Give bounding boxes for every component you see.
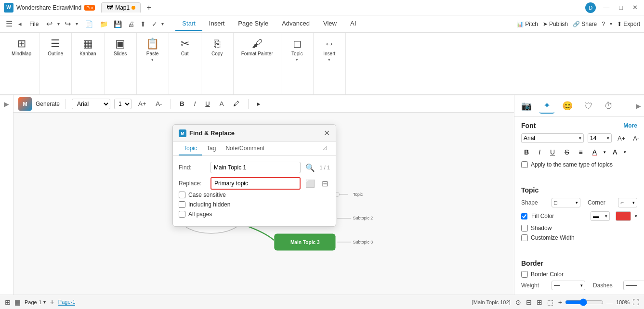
dialog-tab-tag[interactable]: Tag	[202, 142, 221, 155]
replace-input[interactable]	[210, 177, 301, 190]
topic-arrow[interactable]: ▾	[296, 57, 298, 62]
underline-rp-button[interactable]: U	[547, 147, 558, 157]
fill-color-checkbox[interactable]	[521, 213, 527, 219]
hamburger-icon[interactable]: ☰	[4, 17, 14, 30]
grow-font-button[interactable]: A+	[135, 99, 149, 109]
zoom-out-button[interactable]: +	[558, 298, 562, 306]
mindmap-button[interactable]: ⊞ MindMap	[8, 35, 35, 59]
subtopic-3-text[interactable]: Subtopic 3	[353, 240, 373, 245]
fill-color-arrow[interactable]: ▾	[635, 214, 637, 219]
rp-icon-star[interactable]: ✦	[539, 98, 554, 114]
export-button[interactable]: ⬆ Export	[617, 21, 640, 27]
help-button[interactable]: ?	[602, 21, 605, 27]
weight-select[interactable]: — ▾	[552, 281, 585, 290]
page-arrow[interactable]: ▾	[43, 299, 46, 305]
tab-ai[interactable]: AI	[343, 17, 363, 31]
all-pages-checkbox[interactable]	[179, 211, 185, 218]
case-sensitive-checkbox[interactable]	[179, 192, 185, 198]
zoom-in-button[interactable]: —	[606, 298, 613, 306]
color-button[interactable]: A	[217, 99, 227, 109]
italic-button[interactable]: I	[191, 99, 199, 109]
dialog-tab-topic[interactable]: Topic	[179, 142, 202, 155]
insert-arrow[interactable]: ▾	[328, 57, 330, 62]
dialog-tab-note[interactable]: Note/Comment	[221, 142, 269, 155]
status-icon-expand[interactable]: ⊞	[537, 298, 542, 306]
toolbar-icon-1[interactable]: 📄	[82, 19, 96, 29]
replace-icon-1[interactable]: ⬜	[303, 178, 317, 189]
rp-icon-shield[interactable]: 🛡	[580, 99, 597, 113]
toolbar-icon-4[interactable]: 🖨	[126, 19, 136, 29]
toolbar-icon-6[interactable]: ✓	[150, 19, 159, 29]
font-color-arrow[interactable]: ▾	[604, 150, 606, 154]
fill-color-type-select[interactable]: ▬ ▾	[591, 211, 610, 221]
undo-button[interactable]: ↩	[44, 18, 54, 29]
publish-button[interactable]: ➤ Publish	[543, 21, 568, 27]
sidebar-expand-button[interactable]: ▶	[4, 100, 9, 108]
tab-insert[interactable]: Insert	[202, 17, 232, 31]
customize-width-checkbox[interactable]	[521, 234, 528, 241]
grow-font-rp-button[interactable]: A+	[616, 134, 627, 143]
align-rp-button[interactable]: ≡	[576, 147, 585, 157]
shrink-font-rp-button[interactable]: A-	[631, 134, 641, 143]
menu-file[interactable]: File	[26, 19, 42, 29]
close-button[interactable]: ✕	[630, 3, 640, 12]
outline-button[interactable]: ☰ Outline	[43, 35, 67, 59]
map-tab[interactable]: 🗺 Map1	[101, 2, 141, 13]
redo-arrow[interactable]: ▾	[74, 20, 80, 27]
underline-button[interactable]: U	[202, 99, 212, 109]
zoom-slider[interactable]	[565, 298, 604, 306]
italic-rp-button[interactable]: I	[536, 147, 543, 157]
share-button[interactable]: 🔗 Share	[573, 21, 597, 27]
bold-button[interactable]: B	[177, 99, 187, 109]
help-arrow[interactable]: ▾	[610, 21, 612, 26]
add-tab-button[interactable]: +	[144, 2, 154, 13]
find-search-icon[interactable]: 🔍	[303, 162, 317, 173]
shadow-checkbox[interactable]	[521, 225, 528, 232]
status-icon-frame[interactable]: ⬚	[547, 298, 553, 306]
paste-arrow[interactable]: ▾	[151, 57, 154, 62]
rp-icon-camera[interactable]: 📷	[517, 99, 536, 113]
rp-expand-button[interactable]: ▶	[636, 102, 641, 110]
main-topic-3-text[interactable]: Main Topic 3	[290, 240, 320, 245]
fill-color-swatch[interactable]	[616, 211, 631, 221]
font-size-select[interactable]: 14 ▾	[588, 133, 612, 143]
font-family-select[interactable]: Arial ▾	[521, 133, 584, 143]
tab-start[interactable]: Start	[175, 17, 202, 31]
copy-button[interactable]: ⎘ Copy	[205, 35, 229, 59]
dialog-close-button[interactable]: ✕	[324, 129, 330, 138]
pitch-button[interactable]: 📊 Pitch	[516, 21, 538, 27]
replace-icon-2[interactable]: ⊟	[320, 178, 330, 189]
toolbar-arrow[interactable]: ▾	[161, 21, 164, 26]
font-more-button[interactable]: More	[623, 122, 637, 129]
dashes-select[interactable]: —— ▾	[623, 281, 644, 290]
font-select[interactable]: Arial	[72, 99, 110, 109]
topic-button[interactable]: ◻ Topic ▾	[285, 35, 309, 65]
undo-arrow[interactable]: ▾	[55, 20, 62, 27]
status-icon-fit[interactable]: ⊙	[515, 298, 521, 306]
toolbar-icon-3[interactable]: 💾	[112, 19, 124, 29]
apply-same-checkbox[interactable]	[521, 161, 528, 168]
bold-rp-button[interactable]: B	[521, 147, 532, 157]
redo-button[interactable]: ↪	[63, 18, 73, 29]
cut-button[interactable]: ✂ Cut	[173, 35, 197, 59]
add-page-button[interactable]: +	[50, 298, 54, 307]
shrink-font-button[interactable]: A-	[153, 99, 165, 109]
insert-button[interactable]: ↔ Insert ▾	[317, 35, 342, 65]
strikethrough-rp-button[interactable]: S	[562, 147, 572, 157]
shape-select[interactable]: □ ▾	[552, 198, 580, 207]
find-input[interactable]	[210, 162, 301, 173]
slides-button[interactable]: ▣ Slides	[108, 35, 132, 59]
paste-button[interactable]: 📋 Paste ▾	[141, 35, 165, 65]
rp-icon-face[interactable]: 😊	[558, 99, 577, 113]
kanban-button[interactable]: ▦ Kanban	[76, 35, 100, 59]
including-hidden-checkbox[interactable]	[179, 201, 185, 208]
tab-page-style[interactable]: Page Style	[231, 17, 275, 31]
highlight-rp-button[interactable]: A	[610, 147, 620, 157]
generate-label[interactable]: Generate	[36, 101, 60, 107]
corner-select[interactable]: ⌐ ▾	[618, 198, 637, 207]
status-icon-grid[interactable]: ⊟	[526, 298, 532, 306]
maximize-button[interactable]: □	[617, 3, 625, 12]
format-painter-button[interactable]: 🖌 Format Painter	[237, 35, 277, 59]
tab-advanced[interactable]: Advanced	[275, 17, 316, 31]
page-tab[interactable]: Page-1	[58, 299, 75, 306]
